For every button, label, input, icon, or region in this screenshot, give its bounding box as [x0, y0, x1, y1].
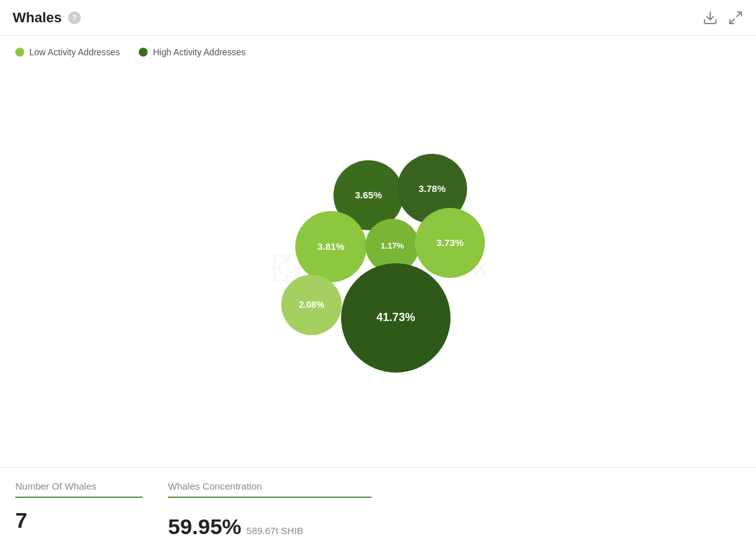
whales-concentration-row: 59.95% 589.67t SHIB — [168, 508, 372, 539]
number-of-whales-value: 7 — [15, 508, 143, 533]
expand-button[interactable] — [728, 10, 743, 25]
header-left: Whales ? — [13, 10, 81, 26]
legend-item-high: High Activity Addresses — [139, 47, 246, 57]
number-of-whales-label: Number Of Whales — [15, 481, 143, 498]
bubble-3-73: 3.73% — [415, 208, 485, 278]
bubble-41-73: 41.73% — [341, 263, 451, 373]
svg-line-1 — [737, 12, 741, 17]
legend-label-low: Low Activity Addresses — [29, 47, 120, 57]
bubble-3-81: 3.81% — [295, 211, 367, 282]
legend-item-low: Low Activity Addresses — [15, 47, 120, 57]
chart-area: IntoTheBlock 3.65% 3.78% 3.81% 1.17% 3.7… — [0, 69, 756, 467]
legend-dot-low — [15, 48, 24, 57]
help-icon[interactable]: ? — [68, 11, 81, 24]
page-title: Whales — [13, 10, 62, 26]
footer-stats: Number Of Whales 7 Whales Concentration … — [0, 467, 756, 557]
whales-concentration-sub: 589.67t SHIB — [246, 525, 303, 536]
bubble-2-08: 2.08% — [281, 275, 342, 335]
download-button[interactable] — [703, 10, 718, 25]
whales-concentration-label: Whales Concentration — [168, 481, 372, 498]
bubbles-container: 3.65% 3.78% 3.81% 1.17% 3.73% 2.08% — [257, 148, 499, 389]
svg-line-2 — [730, 19, 734, 24]
page-container: Whales ? L — [0, 0, 756, 557]
stat-block-concentration: Whales Concentration 59.95% 589.67t SHIB — [155, 481, 372, 539]
stat-block-whales-count: Number Of Whales 7 — [15, 481, 155, 539]
whales-concentration-value: 59.95% — [168, 514, 241, 539]
legend: Low Activity Addresses High Activity Add… — [0, 36, 756, 69]
legend-label-high: High Activity Addresses — [153, 47, 246, 57]
header: Whales ? — [0, 0, 756, 36]
legend-dot-high — [139, 48, 148, 57]
header-right — [703, 10, 743, 25]
